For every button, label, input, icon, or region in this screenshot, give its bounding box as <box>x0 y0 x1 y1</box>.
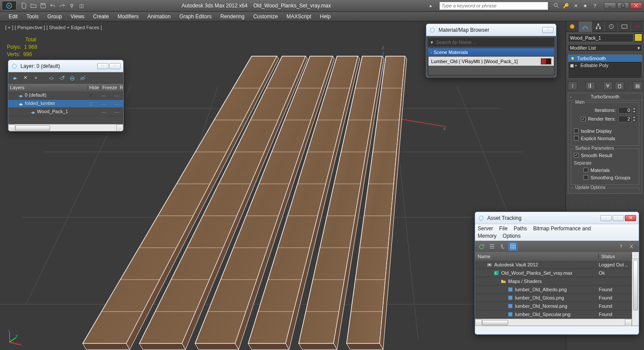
asset-menu-options[interactable]: Options <box>502 233 520 239</box>
delete-layer-icon[interactable]: ✕ <box>21 74 29 82</box>
menu-group[interactable]: Group <box>43 13 66 20</box>
configure-modifier-sets-button[interactable]: ▤ <box>633 81 642 90</box>
pin-stack-button[interactable]: ⟟ <box>568 81 577 90</box>
asset-row[interactable]: lumber_Old_Gloss.png Found <box>475 294 632 302</box>
menu-help[interactable]: Help <box>316 13 335 20</box>
close-button[interactable] <box>630 2 642 9</box>
layer-row[interactable]: 0 (default) ✓ — — <box>8 91 123 100</box>
menu-modifiers[interactable]: Modifiers <box>113 13 143 20</box>
infocenter-dropdown-icon[interactable]: ▸ <box>427 1 435 10</box>
asset-refresh-icon[interactable] <box>477 242 486 251</box>
hierarchy-tab[interactable] <box>592 21 605 32</box>
layer-help-button[interactable]: ? <box>97 63 108 69</box>
material-close-button[interactable]: ✕ <box>542 27 553 33</box>
maximize-button[interactable] <box>617 2 629 9</box>
layer-close-button[interactable]: ✕ <box>109 63 121 69</box>
save-file-icon[interactable] <box>39 1 47 10</box>
redo-icon[interactable] <box>58 1 67 10</box>
add-to-layer-icon[interactable]: ＋ <box>32 74 40 82</box>
application-menu-button[interactable] <box>2 1 17 10</box>
smooth-result-checkbox[interactable] <box>574 153 579 158</box>
menu-edit[interactable]: Edit <box>4 13 22 20</box>
modify-tab[interactable] <box>579 21 592 32</box>
menu-views[interactable]: Views <box>66 13 89 20</box>
asset-menu-server[interactable]: Server <box>478 225 493 232</box>
layer-row[interactable]: Wood_Pack_1 — — <box>8 108 123 116</box>
asset-menu-bitmap-performance-and-memory[interactable]: Bitmap Performance and Memory <box>478 225 591 239</box>
infocenter-search-input[interactable] <box>439 2 548 10</box>
show-end-result-button[interactable] <box>586 81 595 90</box>
object-color-swatch[interactable] <box>634 34 642 41</box>
hide-unhide-icon[interactable] <box>79 74 87 82</box>
make-unique-button[interactable]: ∀ <box>603 81 613 90</box>
search-icon[interactable] <box>552 1 561 10</box>
asset-row[interactable]: Maps / Shaders <box>475 277 632 286</box>
modifier-stack-item[interactable]: ◼ ▪Editable Poly <box>568 62 642 69</box>
asset-options-icon[interactable] <box>627 242 636 251</box>
asset-row[interactable]: lumber_Old_Normal.png Found <box>475 302 632 310</box>
asset-tree-view-icon[interactable] <box>498 242 507 251</box>
menu-rendering[interactable]: Rendering <box>216 13 249 20</box>
isoline-display-checkbox[interactable] <box>574 128 579 133</box>
material-map-browser-window[interactable]: Material/Map Browser ✕ ▾ - Scene Materia… <box>426 24 556 77</box>
asset-row[interactable]: Autodesk Vault 2012 Logged Out .. <box>475 261 632 269</box>
menu-animation[interactable]: Animation <box>143 13 175 20</box>
create-tab[interactable] <box>566 21 579 32</box>
remove-modifier-button[interactable] <box>615 81 624 90</box>
utilities-tab[interactable] <box>631 21 644 32</box>
asset-vertical-scrollbar[interactable]: ▴ <box>632 252 639 326</box>
asset-menu-file[interactable]: File <box>499 225 507 232</box>
project-icon[interactable]: ◫ <box>77 1 86 10</box>
display-tab[interactable] <box>618 21 631 32</box>
viewport-label[interactable]: [ + ] [ Perspective ] [ Shaded + Edged F… <box>5 25 102 30</box>
undo-icon[interactable] <box>48 1 57 10</box>
render-iters-checkbox[interactable] <box>581 117 586 121</box>
asset-row[interactable]: 3Old_Wood_Planks_Set_vray.max Ok <box>475 269 632 277</box>
material-search-options-icon[interactable]: ▾ <box>428 38 436 46</box>
scene-materials-header[interactable]: - Scene Materials <box>428 48 554 56</box>
asset-close-button[interactable]: ✕ <box>625 215 636 221</box>
explicit-normals-checkbox[interactable] <box>574 136 579 141</box>
asset-tracking-window[interactable]: Asset Tracking — ◻ ✕ ServerFilePathsBitm… <box>475 212 639 335</box>
new-layer-icon[interactable] <box>11 74 19 82</box>
open-file-icon[interactable] <box>29 1 38 10</box>
menu-graph-editors[interactable]: Graph Editors <box>175 13 216 20</box>
asset-list-view-icon[interactable] <box>487 242 497 251</box>
asset-maximize-button[interactable]: ◻ <box>613 215 624 221</box>
select-highlight-icon[interactable] <box>47 74 55 82</box>
iterations-spinner[interactable]: ▴▾ <box>618 107 636 114</box>
select-objects-icon[interactable] <box>58 74 66 82</box>
asset-table-view-icon[interactable] <box>508 242 518 251</box>
modifier-list-dropdown[interactable]: Modifier List▾ <box>568 44 642 52</box>
asset-menu-paths[interactable]: Paths <box>514 225 527 232</box>
asset-help-icon[interactable]: ? <box>616 242 626 251</box>
new-file-icon[interactable] <box>20 1 28 10</box>
modifier-stack[interactable]: TurboSmooth ◼ ▪Editable Poly <box>568 54 642 79</box>
object-name-input[interactable] <box>568 34 634 42</box>
layer-horizontal-scrollbar[interactable]: ◂ ▸ <box>8 124 123 131</box>
highlight-layers-icon[interactable] <box>68 74 76 82</box>
help-icon[interactable]: ? <box>590 1 599 10</box>
asset-minimize-button[interactable]: — <box>600 215 612 221</box>
menu-create[interactable]: Create <box>89 13 113 20</box>
material-search-input[interactable] <box>436 40 554 45</box>
modifier-stack-item[interactable]: TurboSmooth <box>568 55 642 62</box>
separate-materials-checkbox[interactable] <box>583 168 588 172</box>
separate-smoothing-groups-checkbox[interactable] <box>583 175 588 180</box>
asset-horizontal-scrollbar[interactable]: ◂ ▸ <box>475 319 632 326</box>
layer-manager-window[interactable]: Layer: 0 (default) ? ✕ ✕ ＋ Layers Hide F… <box>8 60 124 131</box>
asset-row[interactable]: lumber_Old_Albedo.png Found <box>475 286 632 294</box>
motion-tab[interactable] <box>605 21 618 32</box>
menu-tools[interactable]: Tools <box>22 13 43 20</box>
menu-customize[interactable]: Customize <box>249 13 282 20</box>
menu-maxscript[interactable]: MAXScript <box>282 13 316 20</box>
exchange-icon[interactable]: ✕ <box>571 1 580 10</box>
subscription-icon[interactable]: 🔑 <box>562 1 570 10</box>
favorites-icon[interactable]: ★ <box>581 1 590 10</box>
link-icon[interactable]: ⚲ <box>67 1 76 10</box>
material-list-item[interactable]: Lumber_Old ( VRayMtl ) [Wood_Pack_1] <box>428 57 554 66</box>
layer-row[interactable]: folded_lumber ◻ — — <box>8 100 123 108</box>
render-iters-spinner[interactable]: ▴▾ <box>618 116 636 122</box>
minimize-button[interactable] <box>604 2 616 9</box>
asset-row[interactable]: lumber_Old_Specular.png Found <box>475 310 632 319</box>
